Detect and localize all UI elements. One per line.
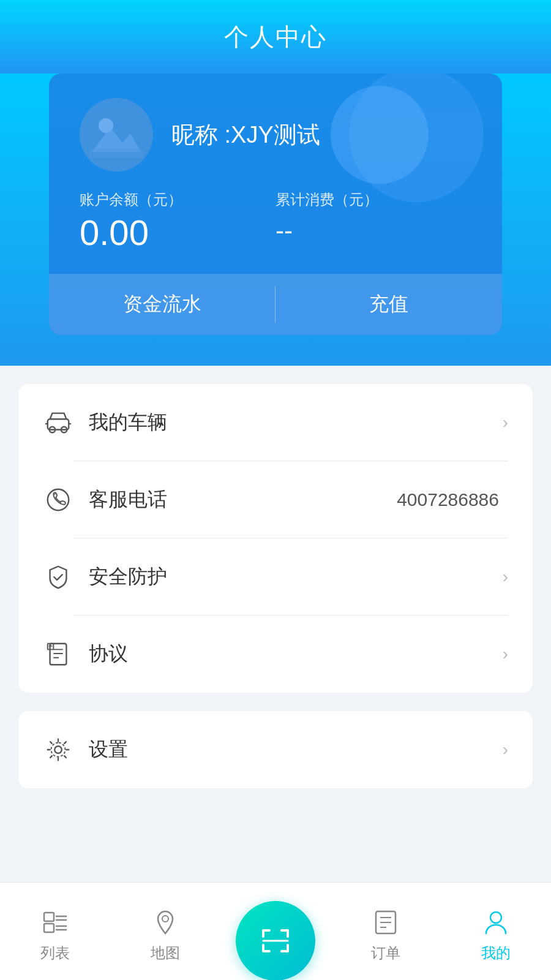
nav-list-label: 列表 (40, 943, 70, 963)
cumulative-section: 累计消费（元） -- (276, 190, 471, 252)
security-label: 安全防护 (89, 564, 503, 590)
phone-label: 客服电话 (89, 486, 397, 513)
chevron-icon: › (503, 413, 508, 432)
cumulative-value: -- (276, 213, 471, 249)
menu-item-vehicle[interactable]: 我的车辆 › (18, 384, 533, 461)
chevron-icon: › (503, 644, 508, 664)
fund-flow-button[interactable]: 资金流水 (49, 274, 276, 335)
recharge-button[interactable]: 充值 (276, 274, 502, 335)
balance-label: 账户余额（元） (80, 190, 276, 209)
main-menu-list: 我的车辆 › 客服电话 4007286886 安全防护 › (18, 384, 533, 693)
menu-item-agreement[interactable]: 协议 › (18, 616, 533, 693)
menu-item-phone[interactable]: 客服电话 4007286886 (18, 461, 533, 538)
nav-scan-center (220, 901, 331, 962)
balance-section: 账户余额（元） 0.00 (80, 190, 276, 252)
phone-icon (43, 484, 73, 515)
shield-icon (43, 562, 73, 592)
nav-map-label: 地图 (151, 943, 180, 963)
settings-menu-list: 设置 › (18, 711, 533, 788)
scan-button[interactable] (236, 901, 315, 981)
page-title: 个人中心 (224, 20, 327, 54)
doc-icon (43, 639, 73, 669)
settings-label: 设置 (89, 736, 503, 763)
car-icon (43, 407, 73, 438)
cumulative-label: 累计消费（元） (276, 190, 471, 209)
nav-map[interactable]: 地图 (110, 900, 220, 963)
user-card: 昵称 :XJY测试 账户余额（元） 0.00 累计消费（元） -- 资金流水 充… (49, 74, 502, 335)
menu-item-security[interactable]: 安全防护 › (18, 538, 533, 616)
agreement-label: 协议 (89, 641, 503, 668)
vehicle-label: 我的车辆 (89, 409, 503, 436)
svg-point-22 (162, 916, 168, 922)
nav-order[interactable]: 订单 (331, 900, 441, 963)
svg-rect-2 (89, 149, 144, 158)
svg-point-15 (54, 746, 62, 753)
balance-value: 0.00 (80, 213, 276, 252)
svg-rect-3 (48, 419, 69, 429)
gear-icon (43, 734, 73, 765)
svg-point-28 (490, 912, 501, 923)
svg-marker-1 (92, 127, 141, 152)
nav-mine-label: 我的 (481, 943, 511, 963)
menu-item-settings[interactable]: 设置 › (18, 711, 533, 788)
svg-rect-17 (44, 924, 54, 932)
nav-mine[interactable]: 我的 (441, 900, 551, 963)
nav-list[interactable]: 列表 (0, 900, 110, 963)
nav-order-label: 订单 (371, 943, 400, 963)
phone-value: 4007286886 (397, 489, 499, 510)
chevron-icon: › (503, 740, 508, 760)
bottom-nav: 列表 地图 订单 (0, 882, 551, 980)
avatar (80, 98, 153, 172)
header: 个人中心 (0, 0, 551, 74)
chevron-icon: › (503, 567, 508, 587)
svg-rect-16 (44, 913, 54, 921)
username: 昵称 :XJY测试 (171, 119, 320, 151)
